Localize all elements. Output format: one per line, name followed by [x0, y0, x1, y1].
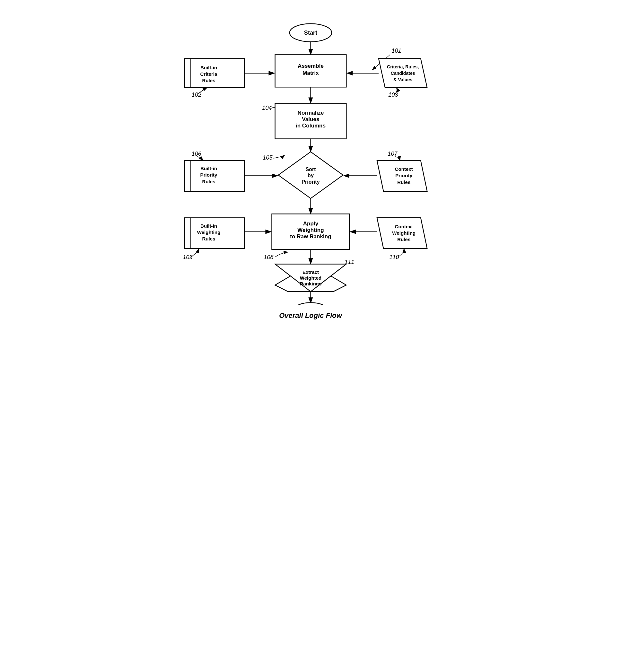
builtin-criteria-label3: Rules: [202, 78, 215, 83]
sort-label1: Sort: [305, 166, 316, 172]
flowchart-svg: Start Assemble Matrix 101 Built-in Crite…: [165, 16, 456, 305]
label-105: 105: [263, 155, 273, 161]
extract-label3: Rankings: [300, 281, 321, 286]
label-101: 101: [391, 47, 401, 54]
builtin-criteria-label1: Built-in: [200, 65, 217, 70]
builtin-priority-label3: Rules: [202, 179, 215, 184]
diagram-area: Start Assemble Matrix 101 Built-in Crite…: [165, 16, 456, 305]
start-label: Start: [304, 30, 317, 36]
label-103: 103: [388, 91, 398, 98]
criteria-rules-label3: & Values: [394, 77, 412, 82]
context-priority-label3: Rules: [397, 179, 410, 185]
normalize-label3: in Columns: [295, 122, 325, 129]
assemble-matrix-label2: Matrix: [302, 70, 319, 76]
arrow-102-curve: [197, 88, 207, 94]
arrow-107-curve: [395, 156, 400, 161]
builtin-priority-label2: Priority: [200, 172, 217, 177]
label-110: 110: [389, 254, 399, 260]
sort-label3: Priority: [301, 179, 320, 184]
label-108: 108: [263, 254, 273, 260]
criteria-rules-label2: Candidates: [390, 71, 415, 76]
builtin-weighting-label3: Rules: [202, 236, 215, 242]
label-104: 104: [262, 105, 272, 111]
label-106: 106: [191, 151, 201, 157]
context-priority-label1: Context: [395, 166, 413, 172]
normalize-label1: Normalize: [297, 110, 324, 116]
context-weighting-label2: Weighting: [392, 230, 415, 236]
extract-label1: Extract: [302, 269, 319, 275]
arrow-105-curve: [273, 155, 285, 158]
apply-weighting-label2: Weighting: [297, 227, 324, 233]
label-107: 107: [387, 151, 398, 157]
page-container: Start Assemble Matrix 101 Built-in Crite…: [155, 6, 466, 342]
extract-label2: Weighted: [300, 275, 321, 281]
context-priority-label2: Priority: [395, 173, 412, 178]
builtin-criteria-label2: Criteria: [200, 71, 217, 77]
apply-weighting-label1: Apply: [303, 220, 318, 227]
context-weighting-label3: Rules: [397, 237, 410, 242]
end-shape: [293, 302, 329, 305]
sort-label2: by: [307, 172, 314, 178]
normalize-label2: Values: [302, 116, 319, 122]
assemble-matrix-label: Assemble: [298, 62, 324, 69]
diagram-caption: Overall Logic Flow: [165, 311, 456, 320]
label-109: 109: [183, 254, 192, 260]
builtin-weighting-label1: Built-in: [200, 223, 217, 228]
builtin-weighting-label2: Weighting: [197, 229, 220, 235]
criteria-rules-label1: Criteria, Rules,: [386, 64, 418, 69]
arrow-108-curve: [275, 252, 288, 257]
builtin-priority-label1: Built-in: [200, 166, 217, 171]
context-weighting-label1: Context: [395, 224, 413, 229]
apply-weighting-label3: to Raw Ranking: [290, 233, 331, 240]
